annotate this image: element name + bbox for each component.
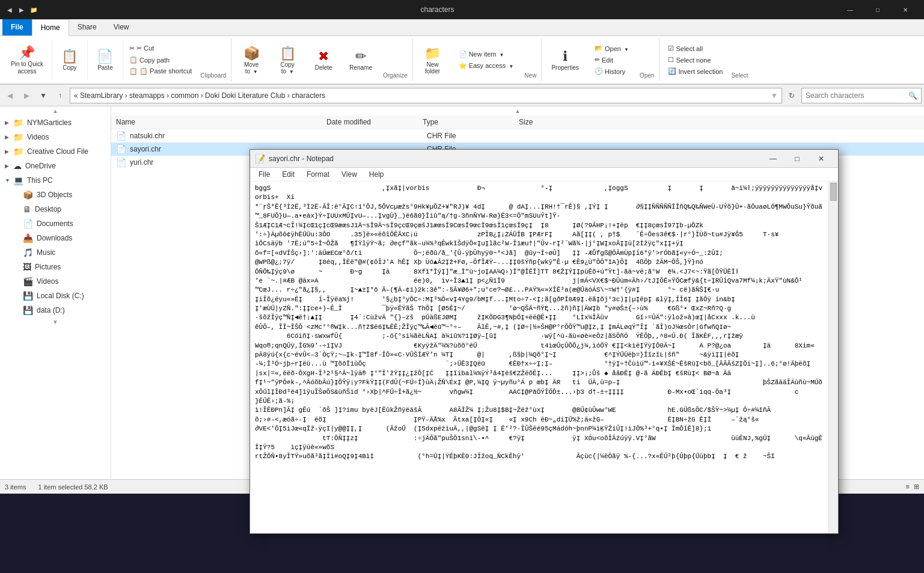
- cloud-icon: ☁: [13, 161, 22, 171]
- open-btn[interactable]: 📂 Open ▼: [591, 43, 632, 54]
- toggle-icon: ▼: [5, 177, 12, 183]
- refresh-btn[interactable]: ↻: [785, 88, 799, 103]
- folder-icon: 📁: [13, 118, 23, 127]
- notepad-minimize[interactable]: —: [761, 150, 785, 168]
- notepad-scrollbar[interactable]: [828, 182, 838, 494]
- title-bar-controls: — □ ✕: [836, 0, 919, 19]
- file-icon: 📄: [116, 144, 126, 154]
- notepad-edit-menu[interactable]: Edit: [276, 168, 301, 181]
- file-list-header: Name Date modified Type Size: [111, 115, 924, 129]
- paste-btn[interactable]: 📄 Paste: [90, 46, 120, 73]
- header-size[interactable]: Size: [519, 118, 579, 126]
- breadcrumb[interactable]: « SteamLibrary › steamapps › common › Do…: [70, 88, 782, 103]
- ribbon-content: 📌 Pin to Quickaccess 📋 Copy 📄 Paste ✂ ✂ …: [0, 36, 924, 84]
- sidebar-item-music[interactable]: 🎵 Music: [0, 245, 111, 260]
- sidebar-item-creative[interactable]: ▶ 📁 Creative Cloud File: [0, 144, 111, 159]
- sidebar-item-videos2[interactable]: 🎬 Videos: [0, 274, 111, 289]
- sidebar-item-desktop[interactable]: 🖥 Desktop: [0, 202, 111, 216]
- back-nav-btn[interactable]: ◀: [2, 88, 17, 103]
- copy-to-btn[interactable]: 📋 Copyto ▼: [272, 43, 302, 77]
- sidebar-label: data (D:): [37, 306, 65, 314]
- list-view-icon[interactable]: ≡: [906, 483, 910, 490]
- disk-icon: 💾: [23, 291, 33, 301]
- copy-btn[interactable]: 📋 Copy: [55, 46, 85, 73]
- sidebar-item-pictures[interactable]: 🖼 Pictures: [0, 260, 111, 274]
- tab-home[interactable]: Home: [32, 19, 69, 36]
- invert-selection-btn[interactable]: 🔄 Invert selection: [664, 66, 726, 76]
- toggle-icon: ▶: [5, 134, 12, 140]
- easy-access-btn[interactable]: ⭐ Easy access ▼: [455, 61, 518, 71]
- minimize-btn[interactable]: —: [836, 0, 864, 19]
- grid-view-icon[interactable]: ⊞: [914, 483, 919, 490]
- open-icon: 📂: [595, 44, 603, 52]
- notepad-close[interactable]: ✕: [809, 150, 833, 168]
- notepad-maximize[interactable]: □: [785, 150, 809, 168]
- history-icon: 🕐: [595, 67, 603, 75]
- sidebar-scroll-up[interactable]: ▲: [0, 106, 111, 115]
- up-btn[interactable]: ↑: [53, 88, 67, 103]
- sidebar-scroll-down[interactable]: ▼: [0, 317, 111, 326]
- move-to-btn[interactable]: 📦 Moveto ▼: [236, 43, 266, 77]
- forward-nav-btn[interactable]: ▶: [19, 88, 34, 103]
- scrollbar-thumb[interactable]: [830, 183, 837, 201]
- search-input[interactable]: [806, 91, 908, 100]
- sidebar-item-localc[interactable]: 💾 Local Disk (C:): [0, 289, 111, 303]
- sidebar-label: Music: [37, 248, 55, 257]
- ribbon-tabs: File Home Share View: [0, 19, 924, 36]
- close-btn[interactable]: ✕: [892, 0, 919, 19]
- notepad-help-menu[interactable]: Help: [363, 168, 390, 181]
- recent-btn[interactable]: ▼: [36, 88, 50, 103]
- breadcrumb-dropdown[interactable]: ▼: [771, 91, 778, 100]
- toggle-icon: ▶: [5, 120, 12, 126]
- tab-file[interactable]: File: [2, 19, 32, 35]
- sidebar-item-datad[interactable]: 💾 data (D:): [0, 303, 111, 317]
- properties-btn[interactable]: ℹ Properties: [546, 46, 584, 73]
- cut-btn[interactable]: ✂ ✂ Cut: [126, 43, 195, 54]
- history-btn[interactable]: 🕐 History: [591, 66, 632, 76]
- sidebar-label: Desktop: [35, 205, 61, 213]
- notepad-view-menu[interactable]: View: [335, 168, 363, 181]
- pin-icon: 📌: [19, 45, 35, 61]
- pin-label: Pin to Quickaccess: [11, 61, 43, 75]
- select-label: Select: [729, 40, 750, 80]
- sidebar-item-documents[interactable]: 📄 Documents: [0, 216, 111, 231]
- copy-label: Copy: [63, 64, 76, 71]
- edit-btn[interactable]: ✏ Edit: [591, 55, 632, 65]
- pin-quick-access-btn[interactable]: 📌 Pin to Quickaccess: [6, 43, 48, 78]
- header-type[interactable]: Type: [423, 118, 519, 126]
- downloads-icon: 📥: [23, 233, 33, 243]
- paste-shortcut-btn[interactable]: 📋 📋 Paste shortcut: [126, 66, 195, 76]
- file-row-natsuki[interactable]: 📄 natsuki.chr CHR File: [111, 129, 924, 142]
- folder-icon: 📁: [13, 132, 23, 142]
- sidebar-label: Downloads: [37, 234, 72, 242]
- sidebar-item-nymg[interactable]: ▶ 📁 NYMGarticles: [0, 115, 111, 130]
- sidebar-item-videos1[interactable]: ▶ 📁 Videos: [0, 130, 111, 144]
- notepad-file-menu[interactable]: File: [252, 168, 276, 181]
- sidebar-item-3d[interactable]: 📦 3D Objects: [0, 188, 111, 202]
- select-none-btn[interactable]: ☐ Select none: [664, 55, 726, 65]
- copy-path-btn[interactable]: 📋 Copy path: [126, 55, 195, 65]
- tab-share[interactable]: Share: [69, 19, 105, 35]
- address-bar: ◀ ▶ ▼ ↑ « SteamLibrary › steamapps › com…: [0, 85, 924, 106]
- notepad-format-menu[interactable]: Format: [301, 168, 335, 181]
- header-name[interactable]: Name: [116, 118, 326, 126]
- tab-view[interactable]: View: [105, 19, 138, 35]
- notepad-content[interactable]: bggS ,ĮxãĮ|vorbis Đ¬ °-Į ,ĮoggS Į Į ā~ì¼…: [250, 182, 828, 494]
- sidebar-item-downloads[interactable]: 📥 Downloads: [0, 231, 111, 245]
- clipboard-label: Clipboard: [198, 40, 228, 80]
- new-folder-btn[interactable]: 📁 Newfolder: [418, 43, 448, 77]
- sidebar-label: Local Disk (C:): [37, 292, 84, 300]
- select-all-btn[interactable]: ☑ Select all: [664, 43, 726, 54]
- sidebar-label: NYMGarticles: [27, 118, 72, 127]
- copy-path-icon: 📋: [129, 56, 138, 64]
- rename-btn[interactable]: ✏ Rename: [344, 46, 377, 73]
- new-folder-icon: 📁: [424, 46, 441, 61]
- maximize-btn[interactable]: □: [864, 0, 892, 19]
- window-title: characters: [42, 5, 833, 14]
- ribbon: File Home Share View 📌 Pin to Quickacces…: [0, 19, 924, 85]
- sidebar-item-thispc[interactable]: ▼ 💻 This PC: [0, 173, 111, 188]
- header-date[interactable]: Date modified: [326, 118, 423, 126]
- sidebar-item-onedrive[interactable]: ▶ ☁ OneDrive: [0, 159, 111, 173]
- delete-btn[interactable]: ✖ Delete: [308, 46, 338, 73]
- new-item-btn[interactable]: 📄 New item ▼: [455, 49, 518, 60]
